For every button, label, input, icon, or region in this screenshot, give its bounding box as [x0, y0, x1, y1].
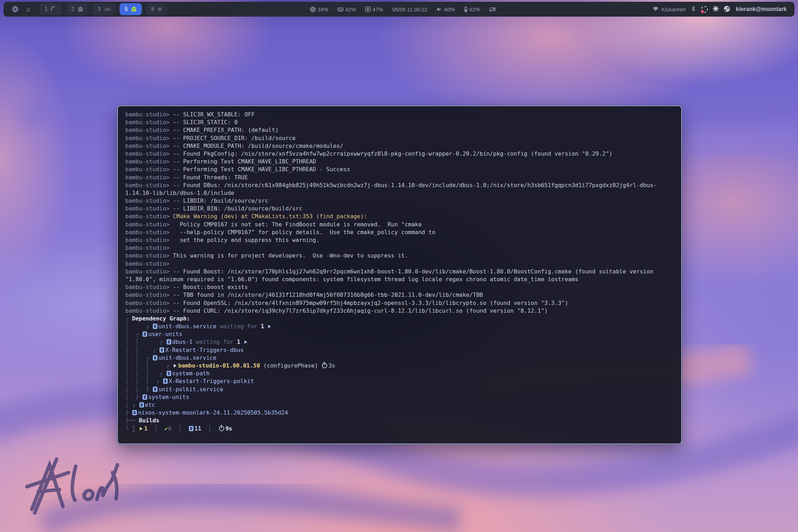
pause-icon [153, 387, 157, 392]
terminal-line: bambu-studio> -- LIBDIR_BIN: /build/sour… [125, 205, 681, 213]
terminal-line: "1.80.0", minimum required is "1.66.0") … [125, 276, 681, 283]
terminal-line: bambu-studio> -- SLIC3R_STATIC: 0 [125, 118, 681, 126]
prompt: bambu-studio> [125, 158, 173, 165]
flower-icon: ✻ [157, 6, 162, 13]
workspace-number: 2 [71, 6, 74, 12]
terminal-line: bambu-studio> -- CMAKE_PREFIX_PATH: (def… [125, 126, 681, 134]
terminal-line: │ │ ┌ X-Restart-Triggers-dbus [125, 346, 681, 354]
prompt: bambu-studio> [125, 127, 173, 133]
terminal-line: │ │ ├ unit-polkit.service [125, 386, 681, 393]
terminal-line: bambu-studio> -- TBB found in /nix/store… [125, 291, 681, 299]
sync-tray-icon[interactable] [701, 6, 708, 13]
play-icon [174, 364, 177, 368]
desktop: { "colors": { "accent_blue": "#3f6ae0", … [0, 0, 798, 532]
pause-icon [139, 402, 144, 407]
terminal-line: bambu-studio> -- Found CURL: /nix/store/… [125, 307, 681, 315]
battery-stat: 62% [464, 6, 480, 12]
workspace-5[interactable]: 5 [120, 3, 142, 15]
terminal-line: bambu-studio> -- LIBDIR: /build/source/s… [125, 197, 681, 205]
terminal-line: bambu-studio> [125, 244, 681, 252]
nixos-menu-icon[interactable] [11, 5, 20, 14]
workspace-8[interactable]: 8✻ [146, 3, 167, 15]
terminal-line: bambu-studio> -- Found Threads: TRUE [125, 174, 681, 181]
terminal-line: bambu-studio> -- Boost::boost exists [125, 283, 681, 291]
terminal-line: ├ nixos-system-moonlark-24.11.20250505.5… [125, 409, 681, 417]
pause-icon [143, 331, 147, 337]
terminal-line: │ │ │ ┌ X-Restart-Triggers-polkit [125, 377, 681, 385]
terminal-line: │ │ │ ┌ bambu-studio-01.00.01.50 (config… [125, 362, 681, 370]
prompt: bambu-studio> [125, 150, 173, 157]
network-indicator[interactable]: KlukasNet [653, 6, 686, 12]
play-icon [140, 427, 143, 430]
system-stats: 16%42%47%05/05 11:30:2260%62% [310, 2, 496, 17]
volume-icon [436, 7, 443, 12]
prompt: bambu-studio> [125, 111, 173, 118]
pause-icon [153, 324, 157, 329]
prompt: bambu-studio> [125, 197, 173, 204]
terminal-line: bambu-studio> set the policy and suppres… [125, 236, 681, 244]
terminal-line: bambu-studio> -- Found PkgConfig: /nix/s… [125, 150, 681, 158]
pause-icon [160, 347, 164, 353]
workspace-3[interactable]: 3</> [93, 3, 116, 15]
terminal-line: │ │ ┌ unit-dbus.service [125, 354, 681, 362]
bar-right-cluster: KlukasNet kieran [653, 2, 794, 17]
user-host-label: kierank@moonlark [736, 6, 787, 12]
terminal-line: │ ├ system-units [125, 393, 681, 401]
network-name: KlukasNet [661, 6, 686, 12]
terminal-line: bambu-studio> Policy CMP0167 is not set:… [125, 221, 681, 229]
terminal-line: bambu-studio> -- CMAKE_MODULE_PATH: /bui… [125, 142, 681, 150]
prompt: bambu-studio> [125, 166, 173, 173]
terminal-line: ├── Builds [125, 417, 681, 424]
terminal-line: 1.14.10-lib/lib/dbus-1.0/include [125, 189, 681, 197]
terminal-line: bambu-studio> -- SLIC3R_WX_STABLE: OFF [125, 111, 681, 118]
ghost-icon [77, 6, 83, 12]
clock-icon [219, 426, 224, 431]
pause-icon [153, 355, 157, 360]
bar-left-cluster: ♫ 123</>58✻ [4, 3, 167, 15]
stat-value: 16% [318, 6, 328, 12]
status-bar: ♫ 123</>58✻ 16%42%47%05/05 11:30:2260%62… [4, 2, 794, 17]
terminal-window[interactable]: bambu-studio> -- SLIC3R_WX_STABLE: OFFba… [117, 105, 682, 444]
volume-stat: 60% [436, 6, 455, 12]
browser-icon [51, 6, 57, 12]
pause-icon [167, 371, 171, 376]
prompt: bambu-studio> [125, 143, 173, 149]
terminal-line: bambu-studio> -- Found OpenSSL: /nix/sto… [125, 299, 681, 307]
prompt: bambu-studio> [125, 291, 173, 298]
pause-icon [167, 339, 171, 345]
prompt: bambu-studio> [125, 260, 173, 267]
bluetooth-icon[interactable] [691, 6, 695, 13]
workspace-number: 1 [45, 6, 48, 12]
star-tray-icon[interactable] [713, 6, 719, 13]
steam-tray-icon[interactable] [724, 6, 730, 13]
workspace-number: 5 [125, 6, 128, 12]
pause-icon [143, 394, 147, 400]
terminal-line: │ │ ┌ dbus-1 waiting for 1 [125, 338, 681, 346]
stat-value: 42% [345, 6, 356, 12]
stat-value: 60% [444, 6, 455, 12]
workspace-2[interactable]: 2 [66, 3, 88, 15]
mem-stat: 42% [337, 6, 356, 12]
clock: 05/05 11:30:22 [392, 6, 427, 12]
clock-icon [322, 363, 327, 368]
stat-value: 05/05 11:30:22 [392, 6, 427, 12]
camoff-stat [489, 7, 496, 12]
disk-icon [365, 6, 371, 12]
system-tray [701, 6, 730, 13]
workspace-1[interactable]: 1 [40, 3, 62, 15]
code-icon: </> [104, 6, 111, 12]
prompt: bambu-studio> [125, 229, 173, 236]
prompt: bambu-studio> [125, 213, 173, 220]
music-note-icon[interactable]: ♫ [23, 5, 33, 14]
prompt: bambu-studio> [125, 174, 173, 181]
terminal-line: bambu-studio> -- Found Boost: /nix/store… [125, 268, 681, 276]
terminal-line: bambu-studio> -- PROJECT_SOURCE_DIR: /bu… [125, 134, 681, 142]
terminal-line: ┌ Dependency Graph: [125, 315, 681, 323]
terminal-line: bambu-studio> This warning is for projec… [125, 252, 681, 260]
stat-value: 47% [372, 6, 383, 12]
terminal-line: │ ┌ unit-dbus.service waiting for 1 [125, 323, 681, 330]
play-icon [244, 340, 247, 344]
terminal-line: bambu-studio> -- Found DBus: /nix/store/… [125, 181, 681, 189]
prompt: bambu-studio> [125, 300, 173, 306]
prompt: bambu-studio> [125, 244, 173, 251]
